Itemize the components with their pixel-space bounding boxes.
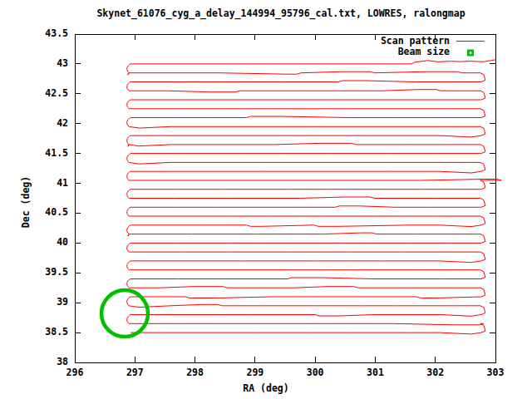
y-tick-label: 42 [57, 118, 68, 129]
y-tick-label: 39 [57, 297, 68, 308]
y-tick-label: 40.5 [45, 207, 68, 218]
x-tick-label: 300 [307, 367, 324, 378]
y-tick-label: 38 [57, 357, 68, 367]
x-tick-label: 298 [186, 367, 204, 378]
x-axis-label: RA (deg) [243, 383, 288, 394]
x-tick-label: 297 [126, 367, 144, 378]
x-tick-label: 301 [367, 367, 384, 378]
y-tick-label: 39.5 [45, 267, 68, 278]
plot-canvas [0, 0, 532, 399]
y-axis-label: Dec (deg) [21, 176, 32, 228]
x-tick-label: 303 [487, 367, 505, 378]
y-tick-label: 41.5 [45, 148, 68, 159]
chart-title: Skynet_61076_cyg_a_delay_144994_95796_ca… [96, 8, 465, 19]
gnuplot-figure: Skynet_61076_cyg_a_delay_144994_95796_ca… [0, 0, 532, 399]
y-tick-label: 41 [57, 178, 68, 189]
y-tick-label: 40 [57, 237, 68, 248]
x-tick-label: 302 [426, 367, 444, 378]
scan-pattern-path [127, 60, 501, 334]
y-tick-label: 43 [57, 58, 68, 69]
x-tick-label: 299 [246, 367, 264, 378]
y-tick-label: 42.5 [45, 88, 68, 99]
y-tick-label: 38.5 [45, 327, 68, 337]
x-tick-label: 296 [66, 367, 84, 378]
y-tick-label: 43.5 [45, 28, 68, 39]
legend-point-sample-center [470, 52, 472, 54]
legend-label-beam-size: Beam size [398, 47, 450, 57]
beam-size-circle [101, 290, 148, 337]
